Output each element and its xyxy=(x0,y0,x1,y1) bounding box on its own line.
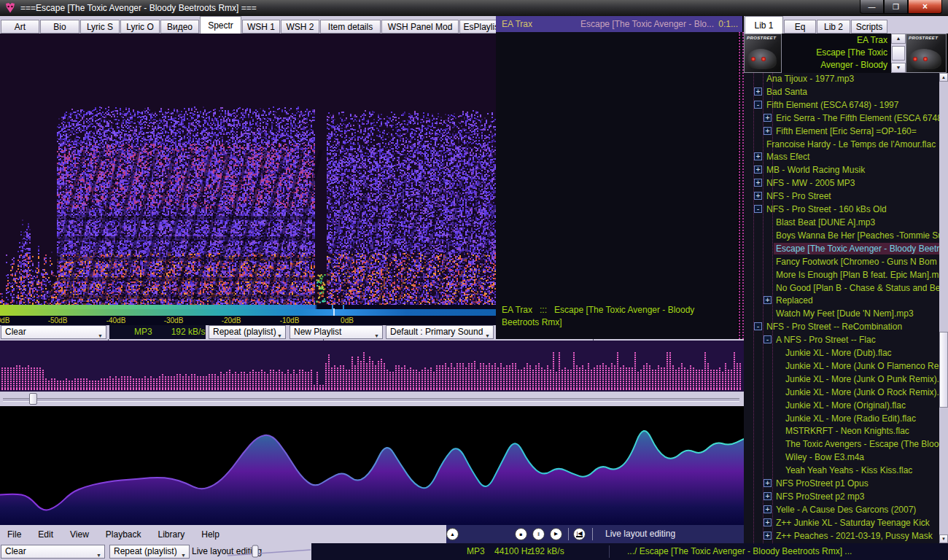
menu-item[interactable]: File xyxy=(7,529,21,540)
panel-tab[interactable]: Видео xyxy=(160,20,199,34)
menu-item[interactable]: Library xyxy=(158,529,185,540)
expand-toggle-icon[interactable]: + xyxy=(764,127,772,135)
tree-item[interactable]: Fancy Footwork [Chromeo - Guns N Bom xyxy=(744,256,939,269)
tree-item-label[interactable]: Bad Santa xyxy=(764,86,809,98)
panel-tab[interactable]: Art xyxy=(1,20,39,34)
tree-item-label[interactable]: MSTRKRFT - Neon Knights.flac xyxy=(783,425,912,437)
library-tab[interactable]: Eq xyxy=(784,20,816,34)
tree-item-label[interactable]: Junkie XL - More (Original).flac xyxy=(783,400,908,411)
tree-item-label[interactable]: Francoise Hardy - Le Temps de l'Amour.fl… xyxy=(764,139,938,150)
tree-item[interactable]: Junkie XL - More (Junk O Rock Remix).fl xyxy=(744,386,939,400)
tree-item[interactable]: +Fifth Element [Eric Serra] =OP-160= xyxy=(744,125,939,139)
tree-item-label[interactable]: Replaced xyxy=(774,295,815,306)
panel-tab[interactable]: WSH Panel Mod xyxy=(381,20,459,34)
tree-item-label[interactable]: Fancy Footwork [Chromeo - Guns N Bom xyxy=(774,256,939,268)
tree-item-label[interactable]: A NFS - Pro Street -- Flac xyxy=(774,334,878,346)
tree-item-label[interactable]: Z++ Junkie XL - Saturday Teenage Kick xyxy=(774,517,932,529)
panel-tab[interactable]: Bio xyxy=(40,20,79,34)
tree-item-label[interactable]: Yeah Yeah Yeahs - Kiss Kiss.flac xyxy=(783,464,914,476)
tree-item[interactable]: The Toxic Avengers - Escape (The Blood xyxy=(744,438,939,451)
transport-button[interactable]: |◀ xyxy=(573,528,586,540)
tree-item-label[interactable]: Ana Tijoux - 1977.mp3 xyxy=(764,73,856,85)
repeat-dropdown[interactable]: Repeat (playlist)▼ xyxy=(209,325,286,339)
scrollbar-thumb[interactable] xyxy=(939,332,948,408)
menu-item[interactable]: Playback xyxy=(106,529,141,540)
tree-item-label[interactable]: NFS ProStreet p2 mp3 xyxy=(774,491,866,502)
menu-item[interactable]: Help xyxy=(201,529,219,540)
output-device-dropdown[interactable]: Default : Primary Sound▼ xyxy=(386,325,494,339)
scrollbar-thumb[interactable] xyxy=(892,46,905,61)
tree-item-label[interactable]: Mass Efect xyxy=(764,151,812,163)
tree-item-label[interactable]: No Good [Plan B - Chase & Status and Ber xyxy=(774,282,939,294)
tree-item-label[interactable]: Junkie XL - More (Junk O Flamenco Rem xyxy=(783,360,939,372)
info-scrollbar[interactable]: ▲ ▼ xyxy=(891,34,906,73)
panel-tab[interactable]: Lyric O xyxy=(120,20,160,34)
tree-item-label[interactable]: Fifth Element [Eric Serra] =OP-160= xyxy=(774,125,919,137)
tree-item-label[interactable]: Wiley - Bow E3.m4a xyxy=(783,451,866,463)
tree-item[interactable]: +NFS ProStreet p1 Opus xyxy=(744,478,939,491)
tree-item[interactable]: MSTRKRFT - Neon Knights.flac xyxy=(744,425,939,438)
tree-item-label[interactable]: Escape [The Toxic Avenger - Bloody Beetr… xyxy=(774,243,939,254)
tree-item[interactable]: Junkie XL - More (Junk O Flamenco Rem xyxy=(744,360,939,373)
seekbar[interactable] xyxy=(0,392,744,406)
tree-item[interactable]: -Fifth Element (ESCA 6748) - 1997 xyxy=(744,99,939,112)
panel-tab[interactable]: Spectr xyxy=(200,16,241,34)
tree-item[interactable]: +NFS - MW - 2005 MP3 xyxy=(744,177,939,190)
tree-item-label[interactable]: Junkie XL - More (Dub).flac xyxy=(783,347,894,359)
tree-item-label[interactable]: NFS ProStreet p1 Opus xyxy=(774,478,871,489)
scroll-up-icon[interactable]: ▲ xyxy=(891,34,906,44)
tree-item[interactable]: +Bad Santa xyxy=(744,86,939,99)
repeat-dropdown-bottom[interactable]: Repeat (playlist)▼ xyxy=(109,545,190,559)
transport-button[interactable]: ‖ xyxy=(532,528,545,540)
panel-tab[interactable]: WSH 2 xyxy=(281,20,319,34)
tree-item-label[interactable]: Blast Beat [DUNE A].mp3 xyxy=(774,217,877,228)
close-button[interactable]: × xyxy=(908,0,942,14)
album-art-right[interactable]: PROSTREET xyxy=(906,34,947,73)
tree-item-label[interactable]: NFS - MW - 2005 MP3 xyxy=(764,177,857,189)
tree-item-label[interactable]: Watch My Feet [Dude 'N Nem].mp3 xyxy=(774,308,916,319)
tree-item-label[interactable]: NFS - Pro Street - 160 kBs Old xyxy=(764,203,889,215)
library-tab[interactable]: Scripts xyxy=(851,20,887,34)
tree-scrollbar[interactable]: ▲ ▼ xyxy=(939,73,948,543)
scroll-down-icon[interactable]: ▼ xyxy=(939,534,948,543)
expand-toggle-icon[interactable]: + xyxy=(764,114,772,122)
tree-item-label[interactable]: NFS - Pro Street xyxy=(764,190,834,202)
tree-item-label[interactable]: Junkie XL - More (Radio Edit).flac xyxy=(783,413,918,424)
menu-item[interactable]: View xyxy=(70,529,89,540)
seekbar-handle[interactable] xyxy=(29,393,37,405)
clear-dropdown[interactable]: Clear▼ xyxy=(1,325,106,339)
seekbar-track[interactable] xyxy=(3,398,739,402)
expand-toggle-icon[interactable]: + xyxy=(754,192,762,200)
tree-item[interactable]: +Yelle - A Cause Des Garcons (2007) xyxy=(744,504,939,517)
library-tab[interactable]: Lib 1 xyxy=(745,16,783,34)
transport-button[interactable]: ■ xyxy=(515,528,527,540)
expand-toggle-icon[interactable]: + xyxy=(764,296,772,304)
expand-toggle-icon[interactable]: - xyxy=(764,335,772,343)
tree-item[interactable]: Watch My Feet [Dude 'N Nem].mp3 xyxy=(744,308,939,321)
minimize-button[interactable]: — xyxy=(860,0,884,14)
volume-slider[interactable] xyxy=(226,543,312,560)
expand-toggle-icon[interactable]: - xyxy=(754,101,762,109)
tree-item[interactable]: -NFS - Pro Street -- ReCombination xyxy=(744,321,939,334)
tree-item[interactable]: Boys Wanna Be Her [Peaches -Tommie Su xyxy=(744,230,939,243)
tree-item[interactable]: Francoise Hardy - Le Temps de l'Amour.fl… xyxy=(744,139,939,152)
tree-item[interactable]: +Z++ Junkie XL - Saturday Teenage Kick xyxy=(744,517,939,530)
scroll-down-icon[interactable]: ▼ xyxy=(891,63,906,73)
tree-item-label[interactable]: MB - World Racing Musik xyxy=(764,164,867,176)
tree-item-label[interactable]: Yelle - A Cause Des Garcons (2007) xyxy=(774,504,918,516)
expand-toggle-icon[interactable]: - xyxy=(754,205,762,213)
playlist-dropdown[interactable]: New Playlist▼ xyxy=(290,325,383,339)
tree-item[interactable]: -A NFS - Pro Street -- Flac xyxy=(744,334,939,347)
scroll-up-icon[interactable]: ▲ xyxy=(939,73,948,82)
tree-item[interactable]: +MB - World Racing Musik xyxy=(744,164,939,177)
expand-toggle-icon[interactable]: + xyxy=(754,179,762,187)
panel-tab[interactable]: Lyric S xyxy=(80,20,120,34)
tree-item[interactable]: Junkie XL - More (Original).flac xyxy=(744,400,939,413)
album-art-left[interactable]: PROSTREET xyxy=(744,34,782,73)
tree-item[interactable]: Escape [The Toxic Avenger - Bloody Beetr… xyxy=(744,243,939,256)
tree-item[interactable]: More Is Enough [Plan B feat. Epic Man].m… xyxy=(744,269,939,282)
tree-item[interactable]: -NFS - Pro Street - 160 kBs Old xyxy=(744,203,939,217)
expand-toggle-icon[interactable]: + xyxy=(754,152,762,160)
tree-item[interactable]: +NFS ProStreet p2 mp3 xyxy=(744,491,939,504)
restore-button[interactable]: ❐ xyxy=(884,0,908,14)
